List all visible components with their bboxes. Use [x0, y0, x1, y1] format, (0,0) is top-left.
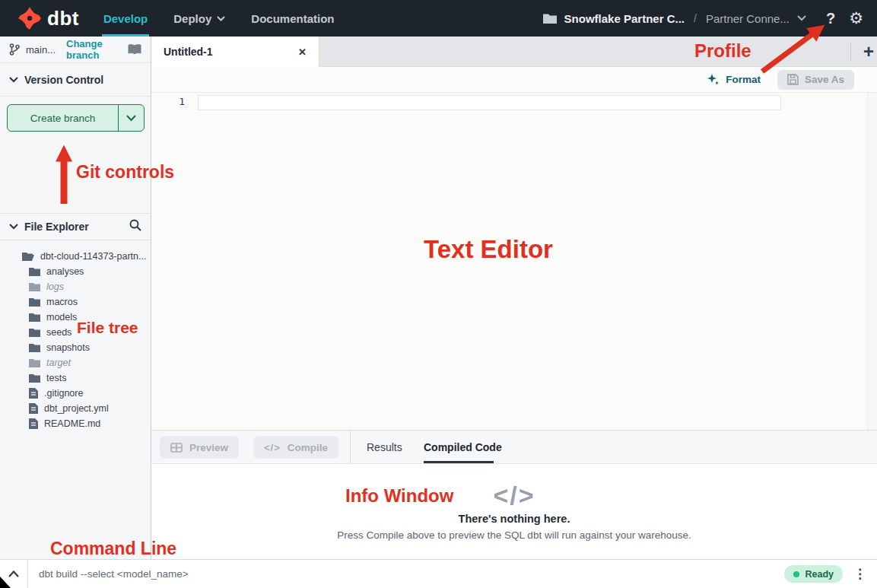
tree-item-root[interactable]: dbt-cloud-114373-partn... [0, 249, 151, 264]
tree-item-label: .gitignore [44, 388, 83, 399]
save-as-label: Save As [805, 74, 844, 85]
kebab-menu-icon[interactable]: ⋮ [853, 567, 866, 580]
format-button[interactable]: Format [707, 73, 761, 86]
gear-icon[interactable]: ⚙ [849, 9, 863, 27]
tree-item-label: models [46, 312, 77, 323]
main-area: Untitled-1 ✕ + Format [151, 37, 877, 559]
status-dot [793, 571, 799, 577]
folder-icon [29, 313, 40, 322]
tree-item-snapshots[interactable]: snapshots [0, 340, 151, 355]
save-as-button[interactable]: Save As [777, 70, 854, 90]
tree-item-label: README.md [44, 418, 100, 429]
compile-label: Compile [288, 442, 328, 453]
tab-untitled-1[interactable]: Untitled-1 ✕ [151, 37, 319, 67]
status-badge: Ready [784, 565, 843, 583]
editor-scrollbar-strip[interactable] [867, 93, 877, 430]
nav-documentation-label: Documentation [251, 12, 334, 25]
version-control-header[interactable]: Version Control [0, 63, 151, 97]
main-nav: Develop Deploy Documentation [103, 0, 335, 37]
tree-item-logs[interactable]: logs [0, 279, 151, 294]
folder-icon [29, 267, 40, 276]
status-label: Ready [805, 569, 834, 580]
panel-divider [350, 431, 351, 463]
mouse-cursor [0, 577, 11, 588]
tree-item-dbt-project[interactable]: dbt_project.yml [0, 401, 151, 416]
create-branch-label: Create branch [8, 105, 118, 131]
tree-item-label: dbt_project.yml [44, 403, 109, 414]
project-selector[interactable]: Partner Conne... [706, 12, 790, 25]
close-icon[interactable]: ✕ [298, 46, 307, 58]
docs-book-icon[interactable] [128, 44, 141, 55]
dbt-logo[interactable]: dbt [17, 5, 79, 31]
tree-item-macros[interactable]: macros [0, 294, 151, 310]
new-tab-button[interactable]: + [858, 40, 877, 64]
format-label: Format [726, 74, 761, 85]
account-selector[interactable]: Snowflake Partner C... [564, 12, 685, 25]
chevron-down-icon [9, 77, 18, 83]
nav-deploy-label: Deploy [173, 12, 211, 25]
dbt-cloud-ide: dbt Develop Deploy Documentation Snowfla… [0, 0, 877, 588]
tab-strip: Untitled-1 ✕ + [151, 37, 877, 67]
editor-toolbar: Format Save As [151, 67, 877, 93]
tree-item-analyses[interactable]: analyses [0, 264, 151, 279]
current-branch-name: main... [26, 44, 56, 56]
version-control-title: Version Control [24, 74, 103, 86]
preview-button[interactable]: Preview [160, 436, 239, 459]
create-branch-button[interactable]: Create branch [7, 104, 145, 132]
info-panel-content: </> There's nothing here. Press Compile … [151, 464, 877, 559]
tree-item-gitignore[interactable]: .gitignore [0, 386, 151, 401]
tree-item-label: seeds [46, 327, 71, 338]
header-right: Snowflake Partner C... / Partner Conne..… [543, 9, 863, 27]
chevron-down-icon[interactable] [797, 15, 806, 21]
command-line-bar: Ready ⋮ [0, 559, 877, 588]
search-icon[interactable] [129, 219, 141, 234]
folder-icon [29, 373, 40, 383]
code-icon: </> [264, 442, 281, 453]
nav-deploy[interactable]: Deploy [173, 0, 225, 37]
folder-icon [29, 343, 40, 352]
tree-item-label: tests [46, 373, 66, 383]
git-branch-icon [9, 43, 20, 56]
folder-open-icon [22, 252, 34, 261]
text-editor[interactable]: 1 [151, 93, 877, 430]
empty-state-title: There's nothing here. [459, 513, 570, 525]
tree-item-label: analyses [46, 266, 84, 277]
line-number: 1 [168, 96, 185, 107]
nav-documentation[interactable]: Documentation [251, 0, 334, 37]
tree-item-label: logs [46, 281, 64, 292]
command-line-input[interactable] [28, 560, 784, 588]
tree-item-label: macros [46, 297, 78, 307]
code-icon: </> [493, 482, 535, 508]
tree-item-tests[interactable]: tests [0, 370, 151, 386]
file-icon [29, 403, 38, 414]
nav-develop-label: Develop [103, 12, 148, 25]
dbt-logo-icon [17, 5, 43, 31]
chevron-down-icon [9, 224, 18, 230]
create-branch-caret[interactable] [118, 105, 144, 131]
tab-compiled-code[interactable]: Compiled Code [424, 431, 502, 464]
change-branch-link[interactable]: Change branch [66, 38, 122, 61]
floppy-disk-icon [787, 74, 799, 85]
chevron-down-icon [217, 16, 225, 21]
folder-icon [29, 328, 40, 337]
file-tree: dbt-cloud-114373-partn... analyses logs … [0, 249, 151, 431]
active-panel-tab-underline [424, 461, 494, 463]
sparkle-icon [707, 73, 720, 86]
folder-icon [29, 358, 40, 367]
tree-item-seeds[interactable]: seeds [0, 325, 151, 340]
file-explorer-header[interactable]: File Explorer [0, 213, 151, 240]
compile-button[interactable]: </> Compile [253, 436, 338, 459]
nav-develop[interactable]: Develop [103, 0, 148, 37]
tab-label: Untitled-1 [164, 46, 213, 58]
folder-icon [29, 297, 40, 307]
tab-results[interactable]: Results [367, 431, 402, 464]
tree-item-models[interactable]: models [0, 310, 151, 325]
help-icon[interactable]: ? [826, 10, 835, 27]
left-sidebar: main... Change branch Version Control Cr… [0, 37, 151, 559]
file-icon [29, 418, 38, 429]
tree-item-readme[interactable]: README.md [0, 416, 151, 431]
top-header: dbt Develop Deploy Documentation Snowfla… [0, 0, 877, 37]
tree-item-target[interactable]: target [0, 355, 151, 370]
current-line-highlight[interactable] [198, 95, 781, 110]
file-explorer-title: File Explorer [24, 221, 89, 233]
